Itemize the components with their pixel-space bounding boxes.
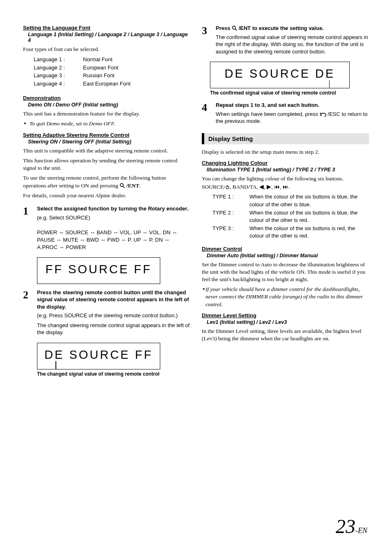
pointer-icon bbox=[55, 361, 56, 369]
right-column: 3 Press /ENT to execute the setting valu… bbox=[202, 25, 369, 538]
lighting-title: Changing Lighting Colour bbox=[202, 160, 369, 166]
lang-value: East European Font bbox=[83, 80, 131, 88]
lcd-1: FF SOURCE FF bbox=[37, 257, 160, 284]
demo-body: This unit has a demonstration feature fo… bbox=[23, 110, 190, 118]
lcd2-caption: The changed signal value of steering rem… bbox=[37, 371, 190, 377]
svg-line-1 bbox=[123, 186, 125, 188]
display-header: Display Setting bbox=[202, 133, 369, 144]
lang-label: Language 2 : bbox=[34, 64, 83, 72]
type-desc: When the colour of the six buttons is re… bbox=[249, 225, 369, 240]
search-icon bbox=[120, 183, 125, 188]
display-intro: Display is selected on the setup main me… bbox=[202, 148, 369, 156]
demo-sub: Demo ON / Demo OFF (Initial setting) bbox=[28, 102, 190, 108]
lang-label: Language 3 : bbox=[34, 72, 83, 80]
lang-table: Language 1 :Normal Font Language 2 :Euro… bbox=[34, 55, 190, 88]
svg-line-3 bbox=[235, 29, 237, 30]
lang-value: Normal Font bbox=[83, 55, 113, 64]
step2-head: Press the steering remote control button… bbox=[37, 289, 190, 311]
lcd-2: DE SOURCE FF bbox=[37, 343, 160, 369]
type-desc: When the colour of the six buttons is bl… bbox=[249, 193, 369, 208]
demo-title: Demonstration bbox=[23, 95, 190, 101]
lcd3-caption: The confirmed signal value of steering r… bbox=[210, 90, 369, 96]
step2-eg: (e.g. Press SOURCE of the steering remot… bbox=[37, 312, 190, 319]
svg-point-0 bbox=[120, 183, 123, 186]
type-table: TYPE 1 :When the colour of the six butto… bbox=[212, 193, 369, 240]
type-label: TYPE 3 : bbox=[212, 225, 249, 240]
step-number: 4 bbox=[202, 102, 216, 127]
steer-title: Setting Adaptive Steering Remote Control bbox=[23, 132, 190, 138]
type-desc: When the colour of the six buttons is bl… bbox=[249, 209, 369, 224]
step3-head: Press /ENT to execute the setting value. bbox=[216, 25, 369, 32]
step-number: 2 bbox=[23, 289, 37, 339]
dimmer-body: Set the Dimmer control to Auto to decrea… bbox=[202, 261, 369, 284]
lighting-intro-b: SOURCE/, BAND/TA, ◀, ▶, ⏮, ⏭. bbox=[202, 183, 369, 191]
demo-note: • To quit Demo mode, set to Demo OFF. bbox=[24, 120, 190, 127]
step4-head: Repeat steps 1 to 3, and set each button… bbox=[216, 102, 369, 109]
step-number: 3 bbox=[202, 25, 216, 58]
svg-point-2 bbox=[233, 26, 235, 29]
step-2: 2 Press the steering remote control butt… bbox=[23, 289, 190, 339]
dimmer-level-body: In the Dimmer Level setting, three level… bbox=[202, 328, 369, 342]
steer-sub: Steering ON / Steering OFF (Initial Sett… bbox=[28, 139, 190, 145]
dimmer-level-sub: Lev1 (Initial setting) / Lev2 / Lev3 bbox=[207, 319, 369, 325]
search-icon bbox=[232, 25, 237, 31]
step-1: 1 Select the assigned function by turnin… bbox=[23, 205, 190, 224]
lang-value: European Font bbox=[83, 64, 118, 72]
power-icon bbox=[225, 185, 230, 189]
source-flow: POWER ↔ SOURCE ↔ BAND ↔ VOL. UP ↔ VOL. D… bbox=[37, 229, 190, 252]
dimmer-level-title: Dimmer Level Setting bbox=[202, 312, 369, 319]
left-column: Setting the Language Font Language 1 (In… bbox=[23, 25, 190, 538]
lighting-intro-a: You can change the lighting colour of th… bbox=[202, 175, 369, 182]
page-number: 23-EN bbox=[202, 515, 369, 538]
step2-body: The changed steering remote control sign… bbox=[37, 322, 190, 336]
lang-label: Language 4 : bbox=[34, 80, 83, 88]
type-label: TYPE 1 : bbox=[212, 193, 249, 208]
step-number: 1 bbox=[23, 205, 37, 224]
step4-body: When settings have been completed, press… bbox=[216, 111, 369, 125]
lang-font-intro: Four types of font can be selected. bbox=[23, 46, 190, 53]
steer-p3: To use the steering remote control, perf… bbox=[23, 174, 190, 189]
dimmer-note: • If your vehicle should have a dimmer c… bbox=[203, 286, 369, 308]
lcd-3: DE SOURCE DE bbox=[210, 62, 350, 88]
dimmer-sub: Dimmer Auto (Initial setting) / Dimmer M… bbox=[207, 253, 369, 259]
steer-p2: This function allows operation by sendin… bbox=[23, 157, 190, 172]
step-3: 3 Press /ENT to execute the setting valu… bbox=[202, 25, 369, 58]
lang-font-sub: Language 1 (Initial Setting) / Language … bbox=[28, 32, 190, 43]
return-icon bbox=[320, 112, 326, 117]
step-4: 4 Repeat steps 1 to 3, and set each butt… bbox=[202, 102, 369, 127]
lang-label: Language 1 : bbox=[34, 55, 83, 64]
lighting-sub: Illumination TYPE 1 (Initial setting) / … bbox=[207, 167, 369, 173]
type-label: TYPE 2 : bbox=[212, 209, 249, 224]
step3-body: The confirmed signal value of steering r… bbox=[216, 34, 369, 55]
dimmer-title: Dimmer Control bbox=[202, 246, 369, 252]
lang-font-title: Setting the Language Font bbox=[23, 25, 190, 31]
lang-value: Russian Font bbox=[83, 72, 115, 80]
steer-p1: This unit is compatible with the adaptiv… bbox=[23, 147, 190, 155]
step1-eg: (e.g. Select SOURCE) bbox=[37, 214, 190, 222]
steer-p4: For details, consult your nearest Alpine… bbox=[23, 192, 190, 199]
step1-head: Select the assigned function by turning … bbox=[37, 205, 190, 212]
pointer-icon bbox=[329, 80, 330, 88]
